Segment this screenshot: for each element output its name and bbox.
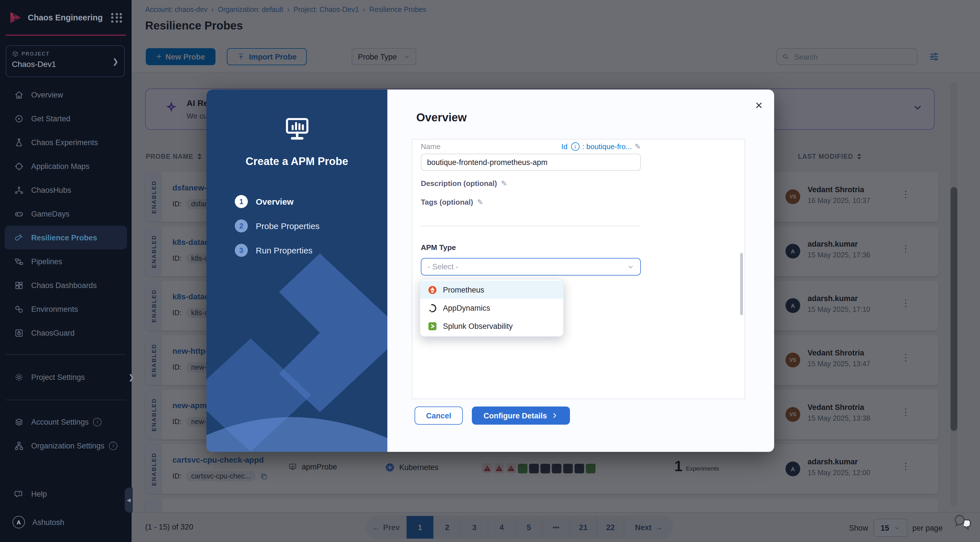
- appdynamics-icon: [428, 303, 437, 313]
- sidebar-item-gamedays[interactable]: GameDays: [0, 202, 132, 226]
- sidebar-item-chaoshubs[interactable]: ChaosHubs: [0, 178, 132, 202]
- app-switcher-grid-icon[interactable]: [111, 13, 123, 22]
- harness-logo-icon: [8, 10, 23, 25]
- get-started-icon: [14, 114, 24, 123]
- apm-type-select[interactable]: - Select -: [421, 258, 641, 275]
- overview-form: Name Id i : boutique-fro... ✎ Descriptio…: [412, 139, 745, 399]
- screen: Chaos Engineering PROJECT Chaos-Dev1 ❯ O…: [0, 0, 980, 542]
- id-value[interactable]: : boutique-fro...: [582, 142, 632, 151]
- configure-details-button[interactable]: Configure Details: [472, 407, 570, 424]
- close-icon[interactable]: ✕: [755, 100, 763, 112]
- form-scrollbar-thumb[interactable]: [740, 253, 743, 315]
- apm-monitor-icon: [283, 117, 311, 142]
- splunk-icon: [428, 321, 437, 331]
- sidebar: Chaos Engineering PROJECT Chaos-Dev1 ❯ O…: [0, 0, 132, 542]
- flask-icon: [14, 137, 24, 147]
- create-apm-probe-modal: Create a APM Probe 1 Overview 2 Probe Pr…: [207, 90, 774, 452]
- chevron-right-icon: [552, 412, 558, 419]
- chat-help-fab-icon[interactable]: [953, 513, 973, 531]
- description-label: Description (optional) ✎: [421, 179, 507, 188]
- app-title: Chaos Engineering: [28, 13, 111, 22]
- sidebar-user[interactable]: A Ashutosh: [0, 510, 144, 534]
- option-prometheus[interactable]: Prometheus: [420, 281, 563, 299]
- chevron-right-icon: ❯: [112, 57, 119, 66]
- sidebar-item-account-settings[interactable]: Account Settings i: [0, 410, 146, 434]
- sidebar-item-organization-settings[interactable]: Organization Settings i: [0, 434, 146, 458]
- option-appdynamics[interactable]: AppDynamics: [420, 299, 563, 317]
- wizard-title: Create a APM Probe: [207, 155, 387, 168]
- gamepad-icon: [14, 209, 24, 219]
- option-splunk-observability[interactable]: Splunk Observability: [420, 317, 563, 335]
- sidebar-item-help[interactable]: ? Help: [0, 482, 146, 506]
- sidebar-divider: [6, 354, 126, 355]
- crosshair-icon: [14, 161, 24, 171]
- test-tube-icon: [14, 233, 24, 242]
- info-icon: i: [93, 418, 102, 426]
- edit-id-pencil-icon[interactable]: ✎: [635, 142, 641, 151]
- hub-icon: [14, 185, 24, 195]
- sidebar-header: Chaos Engineering: [0, 0, 132, 35]
- form-divider: [421, 226, 641, 226]
- sidebar-nav: Overview Get Started Chaos Experiments A…: [0, 83, 132, 345]
- project-selector[interactable]: PROJECT Chaos-Dev1 ❯: [6, 45, 125, 77]
- environments-icon: [14, 304, 24, 314]
- org-tree-icon: [14, 441, 24, 450]
- watermark: [207, 248, 387, 452]
- layers-gear-icon: [14, 417, 24, 427]
- sidebar-item-chaosguard[interactable]: ChaosGuard: [0, 321, 132, 345]
- cube-icon: [12, 51, 19, 57]
- user-avatar: A: [13, 516, 25, 528]
- apm-type-dropdown: Prometheus AppDynamics: [420, 279, 564, 337]
- sidebar-accent-rule: [6, 35, 126, 36]
- chevron-down-icon: [627, 263, 634, 270]
- chevron-right-icon: ❯: [128, 373, 134, 381]
- sidebar-item-chaos-experiments[interactable]: Chaos Experiments: [0, 130, 132, 154]
- wizard-step-run-properties[interactable]: 3 Run Properties: [235, 244, 312, 257]
- sidebar-item-overview[interactable]: Overview: [0, 83, 132, 106]
- tags-label: Tags (optional) ✎: [421, 198, 483, 207]
- apm-type-label: APM Type: [421, 243, 456, 252]
- sidebar-item-get-started[interactable]: Get Started: [0, 106, 132, 130]
- id-label: Id: [562, 142, 568, 151]
- shield-lock-icon: [14, 328, 24, 338]
- probe-name-input[interactable]: [421, 154, 641, 171]
- info-icon: i: [109, 441, 118, 450]
- sidebar-item-pipelines[interactable]: Pipelines: [0, 250, 132, 273]
- modal-body: ✕ Overview Name Id i : boutique-fro... ✎…: [387, 90, 774, 452]
- sidebar-item-environments[interactable]: Environments: [0, 297, 132, 321]
- wizard-step-overview[interactable]: 1 Overview: [235, 195, 293, 208]
- gear-icon: [14, 372, 24, 382]
- wizard-panel: Create a APM Probe 1 Overview 2 Probe Pr…: [207, 90, 387, 452]
- edit-description-pencil-icon[interactable]: ✎: [501, 179, 507, 188]
- cancel-button[interactable]: Cancel: [415, 407, 463, 424]
- sidebar-divider: [6, 400, 126, 400]
- probe-id-row: Id i : boutique-fro... ✎: [421, 142, 641, 151]
- wizard-step-probe-properties[interactable]: 2 Probe Properties: [235, 219, 320, 232]
- prometheus-icon: [428, 285, 437, 294]
- pipelines-icon: [14, 256, 24, 266]
- help-chat-icon: ?: [14, 489, 24, 499]
- home-icon: [14, 90, 24, 100]
- sidebar-item-resilience-probes[interactable]: Resilience Probes: [5, 226, 127, 250]
- sidebar-collapse-handle[interactable]: ◀: [125, 488, 133, 512]
- modal-section-title: Overview: [416, 111, 467, 124]
- project-name: Chaos-Dev1: [12, 60, 119, 68]
- project-label: PROJECT: [22, 51, 49, 57]
- dashboards-icon: [14, 280, 24, 290]
- svg-text:?: ?: [18, 491, 20, 495]
- info-icon: i: [571, 142, 579, 151]
- sidebar-item-chaos-dashboards[interactable]: Chaos Dashboards: [0, 273, 132, 297]
- sidebar-item-application-maps[interactable]: Application Maps: [0, 154, 132, 178]
- edit-tags-pencil-icon[interactable]: ✎: [477, 198, 483, 207]
- sidebar-item-project-settings[interactable]: Project Settings ❯: [0, 365, 146, 389]
